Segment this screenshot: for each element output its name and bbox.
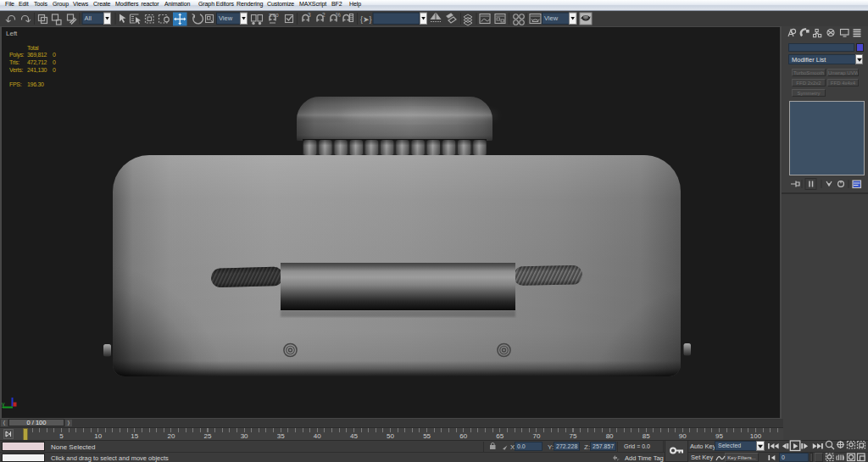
svg-text:All: All [85, 14, 92, 22]
svg-text:View: View [544, 14, 559, 22]
svg-text:3.00: 3.00 [269, 13, 279, 18]
svg-text:2: 2 [322, 12, 326, 18]
svg-text:3: 3 [308, 12, 311, 18]
svg-text:{➤}: {➤} [360, 15, 372, 24]
svg-text:%: % [336, 12, 341, 18]
svg-text:y: y [2, 401, 5, 408]
svg-text:View: View [219, 14, 233, 22]
